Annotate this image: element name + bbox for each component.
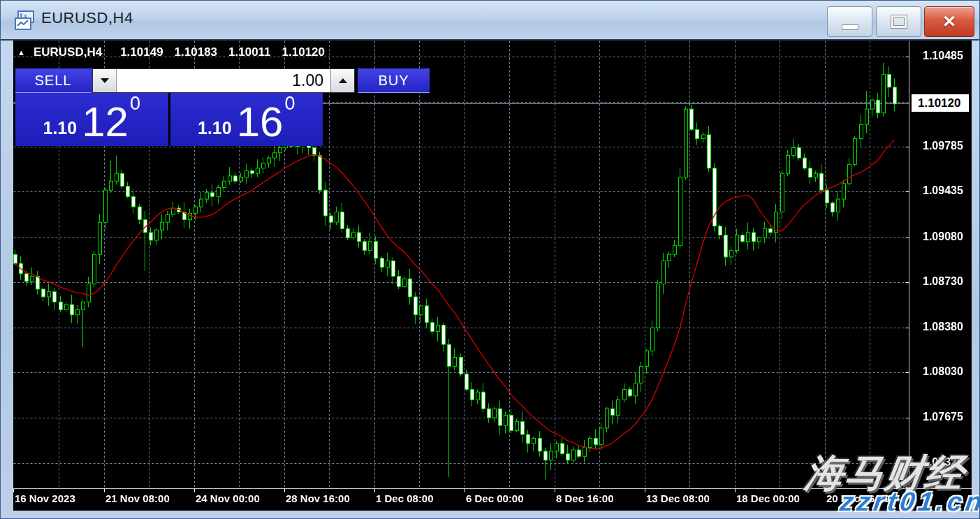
sell-quote-panel[interactable]: 1.10 12 0 [15, 93, 168, 146]
time-axis-label: 16 Nov 2023 [15, 492, 75, 504]
ohlc-high: 1.10183 [175, 45, 217, 59]
one-click-trading-panel: SELL BUY 1.10 12 0 [15, 68, 323, 146]
chart-symbol-label: EURUSD,H4 [34, 45, 102, 59]
window-title: EURUSD,H4 [41, 9, 133, 27]
close-icon: ✕ [942, 13, 956, 30]
ohlc-open: 1.10149 [120, 45, 163, 59]
price-axis-label: 1.07325 [923, 456, 963, 469]
sell-price-point: 0 [130, 94, 140, 113]
minimize-button[interactable] [827, 6, 872, 37]
chart-window-icon [15, 10, 36, 30]
sell-button[interactable]: SELL [15, 68, 91, 93]
price-axis-label: 1.10485 [923, 50, 963, 62]
volume-increase-button[interactable] [330, 69, 354, 92]
time-axis-label: 6 Dec 00:00 [466, 492, 524, 504]
minimize-icon [842, 24, 858, 30]
sell-price-pips: 12 [82, 105, 129, 139]
volume-control [92, 68, 355, 93]
price-axis-label: 1.08380 [923, 321, 963, 333]
sell-price-big: 1.10 [43, 119, 78, 137]
current-price-tag: 1.10120 [912, 94, 969, 112]
one-click-collapse-icon[interactable]: ▲ [17, 48, 25, 57]
time-axis-label: 1 Dec 08:00 [376, 492, 434, 504]
mt4-chart-window: EURUSD,H4 ✕ ▲ EURUSD,H4 1.10149 1.10183 … [0, 0, 980, 519]
volume-decrease-button[interactable] [93, 69, 117, 92]
close-button[interactable]: ✕ [924, 6, 974, 37]
price-axis-label: 1.08030 [923, 365, 963, 378]
time-axis-label: 28 Nov 16:00 [286, 492, 350, 504]
chart-area: ▲ EURUSD,H4 1.10149 1.10183 1.10011 1.10… [13, 41, 972, 511]
buy-price-point: 0 [284, 94, 295, 113]
ohlc-low: 1.10011 [228, 45, 271, 59]
buy-button[interactable]: BUY [358, 68, 430, 93]
buy-price-pips: 16 [237, 105, 284, 139]
time-axis-label: 18 Dec 00:00 [736, 492, 800, 504]
time-axis-label: 24 Nov 00:00 [196, 492, 260, 504]
arrow-up-icon [339, 78, 347, 83]
window-titlebar: EURUSD,H4 ✕ [1, 1, 980, 41]
restore-button[interactable] [876, 6, 921, 37]
price-axis-label: 1.08730 [923, 275, 963, 288]
price-axis-label: 1.07675 [923, 411, 963, 423]
ohlc-close: 1.10120 [282, 45, 325, 59]
time-axis-label: 13 Dec 08:00 [646, 492, 710, 504]
price-axis-label: 1.09080 [923, 231, 963, 243]
volume-input[interactable] [117, 69, 330, 92]
time-axis-label: 8 Dec 16:00 [556, 492, 614, 504]
buy-quote-panel[interactable]: 1.10 16 0 [170, 93, 323, 146]
time-axis-label: 20 Dec 16:00 [826, 492, 890, 504]
price-axis-label: 1.09435 [923, 184, 963, 197]
arrow-down-icon [101, 78, 109, 83]
time-axis-label: 21 Nov 08:00 [105, 492, 170, 504]
restore-icon [891, 15, 907, 28]
chart-ohlc-header: ▲ EURUSD,H4 1.10149 1.10183 1.10011 1.10… [17, 45, 336, 60]
buy-price-big: 1.10 [198, 119, 232, 137]
price-axis-label: 1.09785 [923, 140, 963, 152]
